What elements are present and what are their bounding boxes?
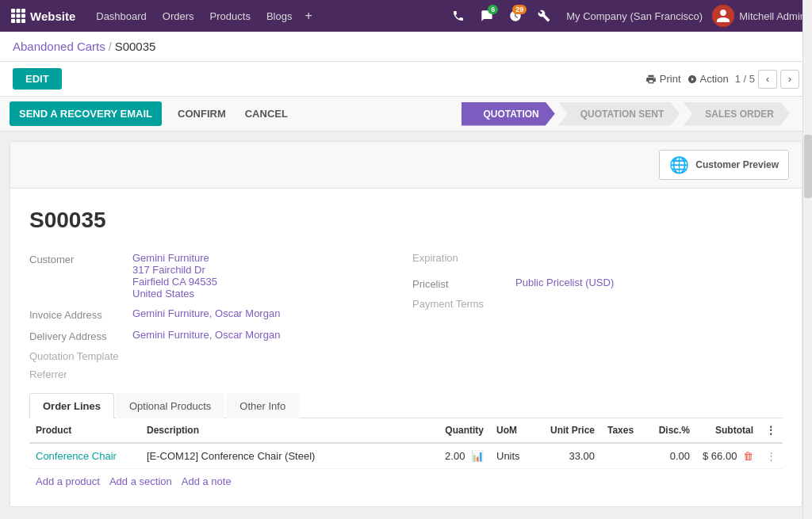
clock-icon-btn[interactable]: 29	[503, 3, 528, 29]
delivery-address-field: Delivery Address Gemini Furniture, Oscar…	[29, 329, 400, 342]
cancel-button[interactable]: CANCEL	[236, 101, 297, 126]
svg-rect-2	[21, 9, 25, 13]
customer-label: Customer	[29, 252, 132, 265]
nav-plus[interactable]: +	[300, 0, 316, 32]
row-quantity: 2.00 📊	[427, 443, 490, 469]
breadcrumb-parent[interactable]: Abandoned Carts	[13, 40, 105, 53]
expiration-field: Expiration	[412, 252, 783, 267]
clock-badge: 29	[512, 5, 527, 14]
customer-preview-bar: 🌐 Customer Preview	[10, 142, 802, 189]
pricelist-field: Pricelist Public Pricelist (USD)	[412, 277, 783, 290]
svg-rect-7	[17, 19, 21, 23]
order-lines-table: Product Description Quantity UoM Unit Pr…	[29, 418, 783, 469]
table-row: Conference Chair [E-COM12] Conference Ch…	[29, 443, 783, 469]
pagination-prev[interactable]: ‹	[758, 70, 777, 89]
row-description[interactable]: [E-COM12] Conference Chair (Steel)	[140, 443, 427, 469]
customer-field: Customer Gemini Furniture 317 Fairchild …	[29, 252, 400, 300]
pagination: 1 / 5 ‹ ›	[735, 70, 799, 89]
uom-chart-icon: 📊	[471, 450, 484, 462]
invoice-address-value[interactable]: Gemini Furniture, Oscar Morgan	[132, 307, 280, 319]
tab-optional-products[interactable]: Optional Products	[116, 393, 224, 418]
nav-orders[interactable]: Orders	[155, 0, 202, 32]
form-right: Expiration Pricelist Public Pricelist (U…	[412, 252, 783, 380]
breadcrumb-separator: /	[109, 40, 112, 53]
scrollbar-track[interactable]	[802, 0, 812, 519]
customer-address3: United States	[132, 288, 217, 300]
col-menu: ⋮	[760, 418, 783, 443]
customer-name[interactable]: Gemini Furniture	[132, 252, 217, 264]
tab-other-info[interactable]: Other Info	[226, 393, 299, 418]
wrench-icon-btn[interactable]	[531, 3, 557, 29]
col-subtotal: Subtotal	[696, 418, 760, 443]
expiration-label: Expiration	[412, 252, 458, 264]
add-section-link[interactable]: Add a section	[109, 475, 172, 487]
print-button[interactable]: Print	[645, 73, 681, 85]
confirm-button[interactable]: CONFIRM	[168, 101, 236, 126]
svg-rect-1	[17, 9, 21, 13]
row-uom[interactable]: Units	[490, 443, 538, 469]
action-bar: EDIT Print Action 1 / 5 ‹ ›	[0, 62, 812, 97]
invoice-address-label: Invoice Address	[29, 307, 132, 321]
customer-address1: 317 Fairchild Dr	[132, 264, 217, 276]
customer-preview-label: Customer Preview	[695, 159, 779, 170]
brand-label: Website	[30, 10, 75, 23]
row-unit-price[interactable]: 33.00	[538, 443, 601, 469]
col-taxes: Taxes	[601, 418, 649, 443]
breadcrumb-current: S00035	[115, 40, 156, 53]
svg-rect-3	[11, 14, 15, 18]
row-taxes[interactable]	[601, 443, 649, 469]
status-bar: SEND A RECOVERY EMAIL CONFIRM CANCEL QUO…	[0, 97, 812, 132]
svg-rect-8	[21, 19, 25, 23]
customer-preview-button[interactable]: 🌐 Customer Preview	[659, 150, 789, 180]
action-button[interactable]: Action	[688, 73, 729, 85]
svg-rect-6	[11, 19, 15, 23]
pricelist-value[interactable]: Public Pricelist (USD)	[515, 277, 614, 288]
action-label: Action	[700, 73, 729, 85]
invoice-address-field: Invoice Address Gemini Furniture, Oscar …	[29, 307, 400, 321]
row-subtotal: $ 66.00 🗑	[696, 443, 760, 469]
customer-address2: Fairfield CA 94535	[132, 276, 217, 288]
payment-terms-field: Payment Terms	[412, 298, 783, 313]
workflow-step-quotation-sent[interactable]: QUOTATION SENT	[558, 102, 680, 126]
col-unit-price: Unit Price	[538, 418, 601, 443]
nav-dashboard[interactable]: Dashboard	[88, 0, 155, 32]
add-note-link[interactable]: Add a note	[182, 475, 232, 487]
svg-rect-5	[21, 14, 25, 18]
nav-blogs[interactable]: Blogs	[259, 0, 301, 32]
tab-order-lines[interactable]: Order Lines	[29, 393, 114, 418]
svg-rect-4	[17, 14, 21, 18]
grid-icon[interactable]	[6, 4, 30, 28]
company-label[interactable]: My Company (San Francisco)	[566, 10, 703, 22]
col-description: Description	[140, 418, 427, 443]
pagination-next[interactable]: ›	[780, 70, 799, 89]
add-product-link[interactable]: Add a product	[36, 475, 100, 487]
user-name-label[interactable]: Mitchell Admin	[739, 10, 806, 22]
quotation-template-label: Quotation Template	[29, 350, 119, 362]
user-avatar[interactable]	[712, 5, 734, 27]
payment-terms-label: Payment Terms	[412, 298, 484, 310]
delivery-address-value[interactable]: Gemini Furniture, Oscar Morgan	[132, 329, 280, 341]
tabs-bar: Order Lines Optional Products Other Info	[29, 393, 783, 418]
row-disc[interactable]: 0.00	[649, 443, 696, 469]
workflow-steps: QUOTATION QUOTATION SENT SALES ORDER	[462, 102, 793, 126]
referrer-label: Referrer	[29, 368, 67, 380]
workflow-step-sales-order[interactable]: SALES ORDER	[683, 102, 790, 126]
col-uom: UoM	[490, 418, 538, 443]
phone-icon-btn[interactable]	[446, 3, 471, 29]
nav-products[interactable]: Products	[202, 0, 259, 32]
pagination-text: 1 / 5	[735, 73, 755, 85]
col-quantity: Quantity	[427, 418, 490, 443]
delete-row-icon[interactable]: 🗑	[743, 450, 753, 462]
workflow-step-quotation[interactable]: QUOTATION	[462, 102, 555, 126]
order-number: S00035	[29, 208, 783, 233]
chat-badge: 6	[488, 5, 498, 14]
chat-icon-btn[interactable]: 6	[474, 3, 500, 29]
send-recovery-button[interactable]: SEND A RECOVERY EMAIL	[10, 101, 162, 126]
add-row-bar: Add a product Add a section Add a note	[29, 469, 783, 494]
row-product[interactable]: Conference Chair	[29, 443, 140, 469]
form-card: 🌐 Customer Preview S00035 Customer Gemin…	[10, 141, 802, 507]
row-menu[interactable]: ⋮	[760, 443, 783, 469]
scrollbar-thumb[interactable]	[804, 135, 812, 198]
edit-button[interactable]: EDIT	[13, 68, 62, 90]
col-disc: Disc.%	[649, 418, 696, 443]
